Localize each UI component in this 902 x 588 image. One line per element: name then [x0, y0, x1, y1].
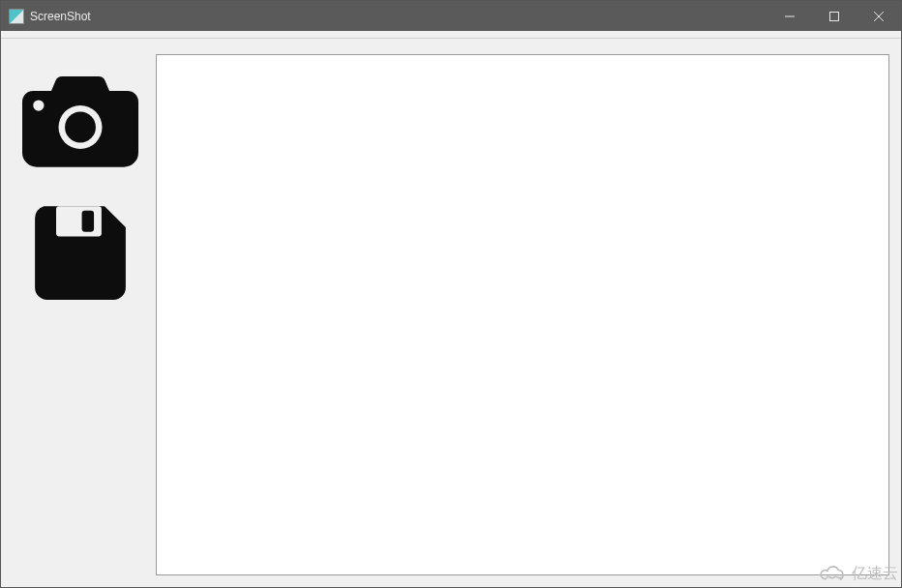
- svg-rect-8: [56, 206, 102, 236]
- svg-point-7: [33, 100, 44, 110]
- watermark-text: 亿速云: [852, 564, 898, 584]
- floppy-disk-icon: [22, 203, 138, 300]
- svg-rect-9: [82, 211, 95, 232]
- maximize-button[interactable]: [812, 1, 857, 31]
- svg-point-6: [65, 112, 96, 143]
- cloud-infinity-icon: [819, 565, 848, 584]
- window-controls: [767, 1, 901, 31]
- titlebar[interactable]: ScreenShot: [1, 1, 901, 31]
- client-area: [1, 39, 901, 587]
- watermark: 亿速云: [819, 564, 898, 584]
- screenshot-canvas: [156, 54, 889, 575]
- sidebar: [13, 54, 148, 575]
- minimize-icon: [785, 12, 795, 21]
- camera-icon: [22, 72, 138, 168]
- close-icon: [874, 12, 884, 21]
- capture-button[interactable]: [18, 68, 142, 172]
- app-window: ScreenShot: [0, 0, 902, 588]
- app-icon: [9, 9, 24, 24]
- window-title: ScreenShot: [30, 10, 91, 23]
- close-button[interactable]: [857, 1, 901, 31]
- save-button[interactable]: [18, 199, 142, 304]
- svg-rect-1: [830, 12, 839, 20]
- minimize-button[interactable]: [767, 1, 812, 31]
- maximize-icon: [829, 12, 839, 21]
- menubar: [1, 31, 901, 39]
